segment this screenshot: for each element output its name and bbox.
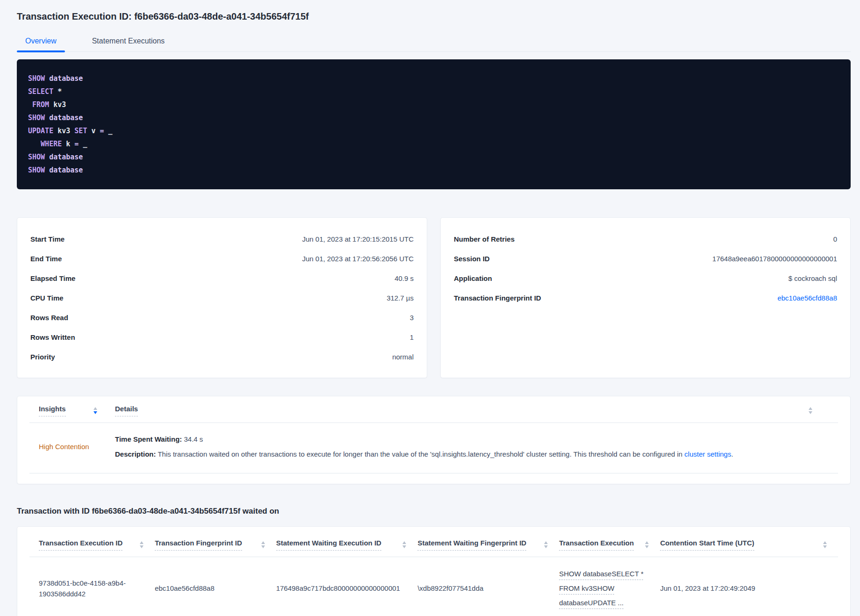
sql-token: database: [49, 74, 83, 83]
table-row: 9738d051-bc0e-4158-a9b4-1903586ddd42ebc1…: [29, 557, 838, 616]
insight-description: Description: This transaction waited on …: [115, 449, 838, 459]
high-contention-badge: High Contention: [39, 443, 89, 451]
column-header-inner: Transaction Execution ID: [39, 539, 143, 551]
sort-icon[interactable]: [809, 407, 812, 414]
kv-value: Jun 01, 2023 at 17:20:56:2056 UTC: [302, 255, 414, 263]
sort-icon[interactable]: [93, 407, 97, 414]
column-header-label[interactable]: Statement Waiting Execution ID: [276, 539, 381, 551]
kv-value: 312.7 µs: [387, 294, 414, 302]
sort-down-arrow-icon: [261, 545, 265, 548]
sort-icon[interactable]: [544, 541, 548, 548]
session-card: Number of Retries0Session ID17648a9eea60…: [440, 217, 851, 378]
sort-up-arrow-icon: [823, 541, 827, 544]
sql-token: SELECT: [28, 87, 53, 96]
waited-on-table-card: Transaction Execution IDTransaction Fing…: [17, 526, 851, 616]
table-cell: 176498a9c717bdc80000000000000001: [276, 557, 418, 616]
time-spent-waiting: Time Spent Waiting: 34.4 s: [115, 434, 838, 444]
sql-token: SHOW: [28, 153, 45, 161]
sql-line: SHOW database: [28, 164, 839, 177]
sort-up-arrow-icon: [645, 541, 649, 544]
sql-token: k: [62, 140, 74, 148]
kv-row: Prioritynormal: [30, 347, 414, 366]
sql-statements-box: SHOW databaseSELECT * FROM kv3SHOW datab…: [17, 59, 851, 189]
insights-card: Insights Details High Contention Time Sp…: [17, 396, 851, 484]
kv-value: 40.9 s: [394, 274, 414, 282]
tab-statement-executions[interactable]: Statement Executions: [84, 37, 173, 51]
waited-on-table: Transaction Execution IDTransaction Fing…: [29, 527, 838, 616]
kv-row: Elapsed Time40.9 s: [30, 268, 414, 288]
transaction-execution-link[interactable]: SHOW databaseSELECT * FROM kv3SHOW datab…: [559, 570, 644, 607]
sql-token: *: [53, 87, 62, 96]
sql-token: WHERE: [41, 140, 62, 148]
sql-token: kv3: [53, 127, 74, 135]
table-cell: \xdb8922f077541dda: [417, 557, 559, 616]
kv-label: Elapsed Time: [30, 274, 75, 282]
waited-on-header-row: Transaction Execution IDTransaction Fing…: [29, 527, 838, 557]
sql-line: UPDATE kv3 SET v = _: [28, 124, 839, 137]
tab-bar: Overview Statement Executions: [17, 37, 851, 52]
kv-label: CPU Time: [30, 294, 64, 302]
kv-label: End Time: [30, 255, 62, 263]
table-cell: SHOW databaseSELECT * FROM kv3SHOW datab…: [559, 557, 660, 616]
table-cell: 9738d051-bc0e-4158-a9b4-1903586ddd42: [29, 557, 155, 616]
column-header-label[interactable]: Transaction Fingerprint ID: [155, 539, 242, 551]
insight-type-cell: High Contention: [29, 443, 115, 451]
insights-column-header: Insights: [29, 405, 115, 416]
waited-on-body: 9738d051-bc0e-4158-a9b4-1903586ddd42ebc1…: [29, 557, 838, 616]
sql-token: database: [49, 114, 83, 122]
sql-line: SHOW database: [28, 72, 839, 85]
sql-token: _: [79, 140, 87, 148]
kv-label: Application: [454, 274, 492, 282]
table-cell: ebc10ae56cfd88a8: [155, 557, 276, 616]
insights-sort-header[interactable]: Insights: [39, 405, 66, 416]
sql-token: SET: [74, 127, 87, 135]
sort-icon[interactable]: [261, 541, 265, 548]
sql-code: SHOW databaseSELECT * FROM kv3SHOW datab…: [28, 72, 839, 177]
kv-row: Application$ cockroach sql: [454, 268, 837, 288]
sort-up-arrow-icon: [544, 541, 548, 544]
kv-row: Transaction Fingerprint IDebc10ae56cfd88…: [454, 288, 837, 308]
sort-icon[interactable]: [645, 541, 649, 548]
kv-row: Session ID17648a9eea60178000000000000000…: [454, 249, 837, 268]
sort-down-arrow-icon: [823, 545, 827, 548]
sql-token: SHOW: [28, 166, 45, 174]
sql-token: UPDATE: [28, 127, 53, 135]
kv-label: Number of Retries: [454, 235, 515, 243]
sort-icon[interactable]: [823, 541, 827, 548]
sql-token: _: [104, 127, 113, 135]
column-header-label[interactable]: Statement Waiting Fingerprint ID: [417, 539, 526, 551]
sort-down-arrow-icon: [402, 545, 406, 548]
column-header-inner: Contention Start Time (UTC): [660, 539, 827, 551]
fingerprint-id-link[interactable]: ebc10ae56cfd88a8: [777, 294, 837, 302]
timing-card-rows: Start TimeJun 01, 2023 at 17:20:15:2015 …: [30, 229, 414, 366]
page-title: Transaction Execution ID: f6be6366-da03-…: [17, 11, 851, 22]
sql-token: =: [100, 127, 104, 135]
column-header-inner: Statement Waiting Execution ID: [276, 539, 407, 551]
kv-value: 1: [410, 333, 414, 341]
column-header: Statement Waiting Execution ID: [276, 527, 418, 557]
kv-row: Start TimeJun 01, 2023 at 17:20:15:2015 …: [30, 229, 414, 249]
insight-details-cell: Time Spent Waiting: 34.4 s Description: …: [115, 434, 838, 459]
sql-token: [45, 74, 49, 83]
column-header-label[interactable]: Transaction Execution: [559, 539, 634, 551]
table-cell: Jun 01, 2023 at 17:20:49:2049: [660, 557, 838, 616]
sql-line: FROM kv3: [28, 98, 839, 111]
column-header-label[interactable]: Contention Start Time (UTC): [660, 539, 754, 551]
sql-token: v: [87, 127, 100, 135]
cluster-settings-link[interactable]: cluster settings: [684, 450, 731, 458]
insight-row: High Contention Time Spent Waiting: 34.4…: [29, 423, 838, 473]
kv-value: Jun 01, 2023 at 17:20:15:2015 UTC: [302, 235, 414, 243]
kv-label: Rows Read: [30, 314, 68, 322]
kv-row: CPU Time312.7 µs: [30, 288, 414, 308]
column-header: Transaction Execution ID: [29, 527, 155, 557]
details-column-header[interactable]: Details: [115, 405, 138, 416]
sort-icon[interactable]: [140, 541, 143, 548]
column-header: Transaction Fingerprint ID: [155, 527, 276, 557]
sort-icon[interactable]: [402, 541, 406, 548]
sort-up-arrow-icon: [261, 541, 265, 544]
kv-label: Rows Written: [30, 333, 75, 341]
tab-overview[interactable]: Overview: [17, 37, 65, 51]
kv-label: Priority: [30, 353, 55, 361]
sql-line: WHERE k = _: [28, 137, 839, 150]
column-header-label[interactable]: Transaction Execution ID: [39, 539, 122, 551]
